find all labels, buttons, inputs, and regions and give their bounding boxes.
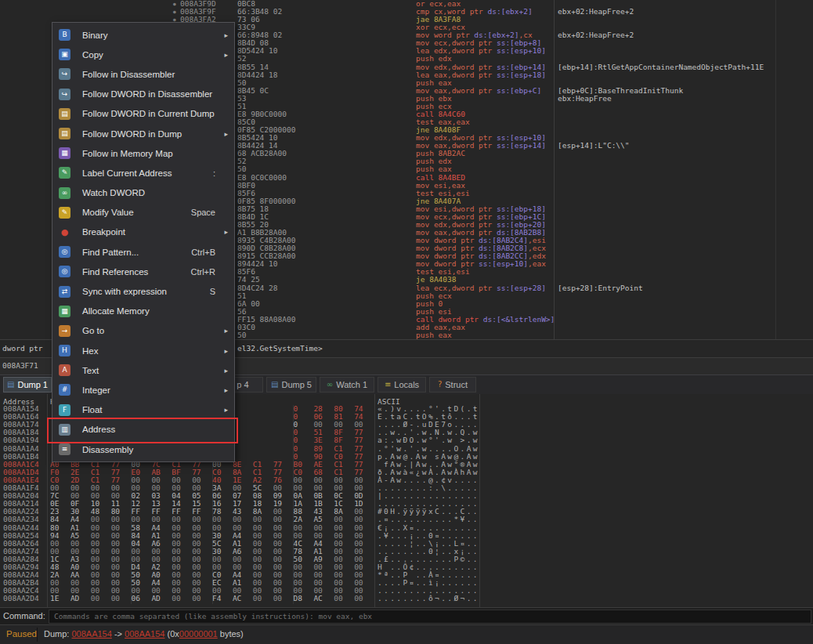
status-text: (0x bbox=[164, 629, 179, 639]
disasm-line[interactable]: 0BC8or ecx,eax bbox=[0, 0, 813, 8]
menu-item-go-to[interactable]: →Go to▸ bbox=[52, 321, 234, 341]
follow-dword-in-dump-icon: ▤ bbox=[59, 128, 70, 139]
disasm-comment-divider bbox=[554, 0, 555, 339]
locals-tab-icon: ≡ bbox=[385, 381, 391, 389]
menu-item-float[interactable]: FFloat▸ bbox=[52, 400, 234, 420]
dump-tab-icon: ▤ bbox=[7, 381, 14, 389]
command-hint: Commands are comma separated (like assem… bbox=[54, 612, 372, 620]
menu-item-label: Follow in Memory Map bbox=[82, 149, 173, 158]
modify-value-icon: ✎ bbox=[59, 207, 70, 219]
menu-item-disassembly[interactable]: ≡Disassembly bbox=[52, 440, 234, 459]
submenu-arrow-icon: ▸ bbox=[224, 327, 228, 335]
menu-item-label: Hex bbox=[82, 346, 98, 356]
dump-ascii: a:.wÐO.w°'.w >.w bbox=[378, 436, 479, 444]
instruction-bytes: 52 bbox=[237, 55, 246, 63]
menu-item-label: Copy bbox=[82, 50, 103, 60]
menu-item-label: Modify Value bbox=[82, 208, 134, 217]
menu-item-shortcut: S bbox=[210, 287, 215, 296]
menu-item-follow-in-disassembler[interactable]: ↪Follow in Disassembler bbox=[52, 64, 234, 84]
menu-item-follow-in-memory-map[interactable]: ▦Follow in Memory Map bbox=[52, 143, 234, 163]
tab-label: Watch 1 bbox=[336, 380, 367, 389]
menu-item-label: Watch DWORD bbox=[82, 188, 145, 197]
sync-with-expression-icon: ⇄ bbox=[59, 286, 70, 298]
dump-ascii: .°'w.'.w....O.Aw bbox=[378, 445, 479, 453]
disasm-line[interactable]: 66:3B48 02cmp cx,word ptr ds:[ebx+2]ebx+… bbox=[0, 8, 813, 16]
instruction-comment: [ebp+14]:RtlGetAppContainerNamedObjectPa… bbox=[558, 63, 764, 71]
menu-item-label: Breakpoint bbox=[82, 227, 125, 237]
instruction-bytes: 50 bbox=[237, 165, 246, 173]
follow-dword-in-current-dump-icon: ▤ bbox=[59, 108, 70, 120]
tab-locals[interactable]: ≡Locals bbox=[378, 377, 426, 393]
dump-row[interactable]: 008AA2D41EAD000006AD0000F4AC0000D8AC0000… bbox=[0, 595, 813, 602]
menu-item-label: Binary bbox=[82, 31, 108, 40]
menu-item-hex[interactable]: HHex▸ bbox=[52, 341, 234, 360]
binary-icon: B bbox=[59, 29, 70, 41]
dump-row[interactable]: 008AA23484A4000000000000000000002AA50000… bbox=[0, 516, 813, 523]
dump-hex-bytes: 1EAD000006AD0000F4AC0000D8AC0000 bbox=[50, 595, 374, 602]
tab-watch-1[interactable]: ∞Watch 1 bbox=[320, 377, 374, 393]
status-dump-range: Dump: 008AA154 -> 008AA154 (0x00000001 b… bbox=[44, 629, 244, 639]
follow-in-memory-map-icon: ▦ bbox=[59, 147, 70, 159]
instruction-bytes: 74 25 bbox=[237, 276, 260, 284]
disassembly-icon: ≡ bbox=[59, 443, 70, 455]
menu-item-copy[interactable]: ▣Copy▸ bbox=[52, 45, 234, 64]
menu-item-modify-value[interactable]: ✎Modify ValueSpace bbox=[52, 203, 234, 223]
submenu-arrow-icon: ▸ bbox=[224, 347, 228, 355]
hex-icon: H bbox=[59, 345, 70, 356]
tab-label: Dump 1 bbox=[17, 380, 48, 389]
instruction-comment: ebx+02:HeapFree+2 bbox=[558, 31, 634, 39]
info-box-left-text: dword ptr bbox=[2, 344, 47, 353]
menu-item-find-pattern[interactable]: ◎Find Pattern...Ctrl+B bbox=[52, 242, 234, 262]
tab-struct[interactable]: ?Struct bbox=[429, 377, 476, 393]
allocate-memory-icon: ▦ bbox=[59, 306, 70, 317]
dump-address: 008AA244 bbox=[3, 524, 39, 532]
submenu-arrow-icon: ▸ bbox=[224, 228, 228, 236]
menu-item-label: Integer bbox=[82, 385, 110, 395]
submenu-arrow-icon: ▸ bbox=[224, 386, 228, 394]
menu-item-breakpoint[interactable]: ●Breakpoint▸ bbox=[52, 223, 234, 242]
menu-item-allocate-memory[interactable]: ▦Allocate Memory bbox=[52, 302, 234, 321]
menu-item-label: Follow DWORD in Dump bbox=[82, 129, 182, 139]
dump-address: 008AA234 bbox=[3, 516, 39, 523]
menu-item-integer[interactable]: #Integer▸ bbox=[52, 380, 234, 400]
command-input[interactable]: Commands are comma separated (like assem… bbox=[49, 610, 811, 624]
instruction-text: push eax bbox=[416, 331, 452, 339]
submenu-arrow-icon: ▸ bbox=[224, 406, 228, 414]
menu-item-label: Text bbox=[82, 366, 99, 375]
info-box-right-text: el32.GetSystemTime> bbox=[237, 344, 323, 353]
menu-item-text[interactable]: AText▸ bbox=[52, 360, 234, 380]
menu-item-label: Disassembly bbox=[82, 445, 133, 454]
instruction-text: push eax bbox=[416, 165, 452, 173]
watch-tab-icon: ∞ bbox=[327, 381, 333, 389]
dump-context-menu: BBinary▸▣Copy▸↪Follow in Disassembler↪Fo… bbox=[52, 22, 235, 462]
menu-item-shortcut: : bbox=[213, 168, 215, 178]
tab-label: p 4 bbox=[237, 380, 248, 389]
dump-row[interactable]: 008AA24480A1000058A400000000000000000000… bbox=[0, 524, 813, 532]
breakpoint-icon: ● bbox=[59, 226, 70, 238]
float-icon: F bbox=[59, 404, 70, 416]
tab-label: Dump 5 bbox=[281, 380, 312, 389]
menu-item-label-current-address[interactable]: ✎Label Current Address: bbox=[52, 163, 234, 183]
status-address-link[interactable]: 00000001 bbox=[179, 629, 218, 639]
menu-item-label: Go to bbox=[82, 326, 104, 335]
menu-item-follow-dword-in-current-dump[interactable]: ▤Follow DWORD in Current Dump bbox=[52, 104, 234, 124]
tab-dump-1[interactable]: ▤Dump 1 bbox=[3, 377, 52, 393]
menu-item-binary[interactable]: BBinary▸ bbox=[52, 25, 234, 45]
menu-item-address[interactable]: ▥Address bbox=[52, 420, 234, 440]
menu-item-follow-dword-in-disassembler[interactable]: ↪Follow DWORD in Disassembler bbox=[52, 85, 234, 104]
dump-ascii: €¡..X¤.......... bbox=[378, 524, 479, 532]
menu-item-follow-dword-in-dump[interactable]: ▤Follow DWORD in Dump▸ bbox=[52, 124, 234, 143]
dump-tab-icon: ▤ bbox=[271, 381, 278, 389]
instruction-comment: [esp+14]:L"C:\\" bbox=[558, 142, 630, 150]
status-divider bbox=[37, 628, 38, 642]
selected-address: 008A3F71 bbox=[2, 361, 38, 370]
submenu-arrow-icon: ▸ bbox=[224, 31, 228, 39]
tab-dump-5[interactable]: ▤Dump 5 bbox=[266, 377, 316, 393]
status-address-link[interactable]: 008AA154 bbox=[125, 629, 164, 639]
menu-item-find-references[interactable]: ◎Find ReferencesCtrl+R bbox=[52, 262, 234, 281]
status-text: bytes) bbox=[218, 629, 244, 639]
menu-item-label: Follow DWORD in Current Dump bbox=[82, 109, 215, 118]
status-address-link[interactable]: 008AA154 bbox=[71, 629, 111, 639]
menu-item-sync-with-expression[interactable]: ⇄Sync with expressionS bbox=[52, 281, 234, 301]
menu-item-watch-dword[interactable]: ∞Watch DWORD bbox=[52, 183, 234, 203]
